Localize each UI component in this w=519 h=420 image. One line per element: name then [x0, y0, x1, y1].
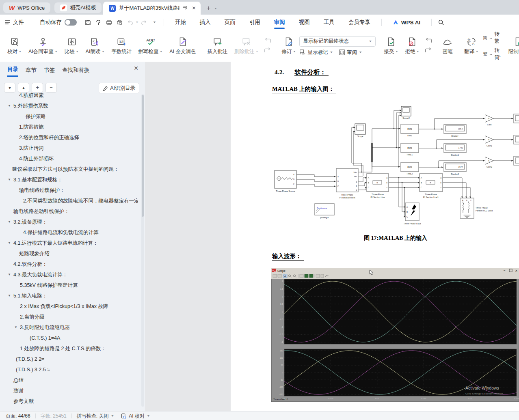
toc-item[interactable]: (T.D.S.) 2 2≈: [0, 354, 138, 364]
print-icon[interactable]: [104, 19, 114, 26]
toc-item[interactable]: ▼4.3.最大负载电流计算：: [0, 269, 138, 280]
menu-page[interactable]: 页面: [218, 15, 242, 30]
show-markup-button[interactable]: 显示标记▼: [299, 49, 333, 56]
toc-collapse-icon[interactable]: ▼: [8, 101, 11, 111]
next-comment-icon[interactable]: [264, 47, 272, 54]
save-icon[interactable]: [82, 19, 93, 26]
toc-item[interactable]: ▼3.2.设备原理：: [0, 217, 138, 227]
sidebar-scrollbar-thumb[interactable]: [142, 95, 144, 217]
toc-item[interactable]: ▼3.1.基本配置和规格：: [0, 174, 138, 185]
tab-list-chevron-icon[interactable]: ▼: [214, 7, 217, 10]
insert-comment-button[interactable]: 插入批注: [204, 37, 231, 55]
toc-collapse-icon[interactable]: ▼: [8, 269, 11, 280]
export-pdf-icon[interactable]: [93, 19, 104, 26]
close-tab-icon[interactable]: ✕: [190, 5, 197, 11]
toc-item[interactable]: 输电线路过载保护：: [0, 185, 138, 196]
autosave-toggle[interactable]: [65, 19, 77, 26]
track-changes-button[interactable]: 修订▼: [278, 37, 299, 55]
new-tab-icon[interactable]: +: [205, 4, 212, 12]
to-traditional-button[interactable]: 简→ 转繁: [483, 31, 500, 45]
toc-item[interactable]: 2 x IMax 负载<IPickup<1/3 x IMax 故障: [0, 301, 138, 312]
menu-tools[interactable]: 工具: [317, 15, 342, 30]
page-indicator[interactable]: 页面: 44/66: [6, 413, 30, 420]
reject-button[interactable]: 拒绝▼: [402, 37, 423, 55]
sidebar-scrollbar[interactable]: [141, 94, 144, 407]
sidebar-tab-bookmark[interactable]: 书签: [44, 67, 55, 76]
toc-item[interactable]: ▼5.外部损伤系数: [0, 101, 138, 111]
toc-item[interactable]: 2.塔的位置和杆的正确选择: [0, 132, 138, 143]
ai-proof-chevron-icon[interactable]: ▼: [147, 414, 150, 418]
next-change-icon[interactable]: [424, 47, 432, 54]
redo-icon[interactable]: [139, 19, 149, 26]
menu-home[interactable]: 开始: [168, 15, 193, 30]
previous-comment-icon[interactable]: [264, 37, 272, 45]
toc-item[interactable]: 1 处故障的短路是 2 处 C.T.S.的倍数：: [0, 343, 138, 354]
wps-ai-button[interactable]: WPS AI: [386, 15, 428, 30]
toc-item[interactable]: 输电线路差动引线保护：: [0, 206, 138, 217]
spell-check-status[interactable]: 拼写检查: 关闭: [77, 413, 109, 420]
toc-collapse-icon[interactable]: ▼: [8, 291, 11, 301]
search-icon[interactable]: [436, 19, 446, 26]
translate-button[interactable]: 文A 翻译▼: [461, 37, 482, 55]
tab-docer-ai[interactable]: 稻壳AI模板: [54, 2, 102, 13]
menu-review[interactable]: 审阅: [267, 15, 292, 30]
toc-collapse-icon[interactable]: ▼: [8, 174, 11, 185]
ai-polish-button[interactable]: AI 全文润色: [166, 37, 199, 55]
review-pane-button[interactable]: 审阅▼: [339, 49, 362, 56]
toc-item[interactable]: 4.防止外部损坏: [0, 153, 138, 164]
delete-comment-button[interactable]: 删除批注▼: [231, 37, 262, 55]
toc-item[interactable]: 5.35kV 线路保护整定计算: [0, 280, 138, 291]
sidebar-tab-chapter[interactable]: 章节: [26, 67, 37, 76]
ai-read-aloud-button[interactable]: AI朗读▼: [82, 37, 108, 55]
ai-contract-review-button[interactable]: AI合同审查▼: [25, 37, 61, 55]
toc-item[interactable]: 3.防止污闪: [0, 143, 138, 153]
compare-button[interactable]: 比较▼: [61, 37, 82, 55]
menu-insert[interactable]: 插入: [193, 15, 218, 30]
toc-collapse-icon[interactable]: ▼: [8, 238, 11, 248]
toc-collapse-icon[interactable]: ▼: [14, 322, 17, 333]
toc-item[interactable]: 致谢: [0, 386, 138, 396]
toc-item[interactable]: 保护策略: [0, 111, 138, 122]
document-page[interactable]: 4.2.软件分析： MATLAB 上的输入图：: [231, 62, 519, 411]
toc-item[interactable]: 总结: [0, 375, 138, 386]
file-menu[interactable]: 文件: [0, 15, 29, 30]
toc-item[interactable]: 短路现象介绍: [0, 248, 138, 259]
proofread-button[interactable]: 校对▼: [4, 37, 25, 55]
word-count-button[interactable]: 12 字数统计: [108, 37, 135, 55]
sidebar-tab-toc[interactable]: 目录: [7, 66, 18, 77]
toc-item[interactable]: 参考文献: [0, 396, 138, 407]
toc-item[interactable]: 2.当前分级: [0, 312, 138, 322]
menu-view[interactable]: 视图: [292, 15, 317, 30]
toc-item[interactable]: 1.防雷措施: [0, 122, 138, 132]
previous-change-icon[interactable]: [424, 37, 432, 45]
toc-item[interactable]: (C.T.S.) 1=4A: [0, 333, 138, 343]
sidebar-tab-find-replace[interactable]: 查找和替换: [62, 67, 90, 76]
menu-reference[interactable]: 引用: [242, 15, 267, 30]
undo-chevron-icon[interactable]: ▼: [135, 21, 139, 24]
spell-check-button[interactable]: ABC 拼写检查▼: [135, 37, 166, 55]
toc-item[interactable]: 4.2.软件分析：: [0, 259, 138, 269]
toc-item[interactable]: 2.不同类型故障的故障电流不同，继电器整定有一定 ...: [0, 196, 138, 206]
spell-chevron-icon[interactable]: ▼: [110, 414, 114, 418]
accept-button[interactable]: 接受▼: [381, 37, 402, 55]
ai-proof-status[interactable]: AI 校对: [129, 413, 145, 420]
sidebar-close-icon[interactable]: ✕: [134, 65, 138, 71]
tab-wps-office[interactable]: W WPS Office: [3, 2, 50, 13]
toolbar-more-chevron-icon[interactable]: ▼: [153, 21, 156, 24]
toc-collapse-icon[interactable]: ▼: [8, 217, 11, 227]
print-preview-icon[interactable]: [114, 19, 125, 26]
markup-state-select[interactable]: 显示标记的最终状态▼: [299, 36, 376, 47]
toc-item[interactable]: 建议采取以下方法可以预防本文中提到的问题：: [0, 164, 138, 174]
to-simplified-button[interactable]: 繁→ 转简: [483, 47, 500, 61]
toc-item[interactable]: ▼4.1.运行模式下最大短路电流的计算：: [0, 238, 138, 248]
toc-item[interactable]: 4.保护短路电流和负载电流的计算: [0, 227, 138, 238]
tab-document-active[interactable]: W 基于MATLAB的35kV线路继 ✕: [103, 2, 201, 15]
toc-item[interactable]: ▼3.反时限过电流继电器: [0, 322, 138, 333]
toc-item[interactable]: 4.肮脏因素: [0, 90, 138, 101]
float-window-icon[interactable]: [182, 6, 187, 11]
group-expand-icon[interactable]: ⇘: [498, 54, 501, 58]
toc-item[interactable]: ▼5.1.输入电路：: [0, 291, 138, 301]
menu-member[interactable]: 会员专享: [342, 15, 377, 30]
restrict-editing-button[interactable]: 限制编辑: [505, 37, 519, 55]
toc-item[interactable]: (T.D.S.) 3 2.5 ≈: [0, 364, 138, 375]
